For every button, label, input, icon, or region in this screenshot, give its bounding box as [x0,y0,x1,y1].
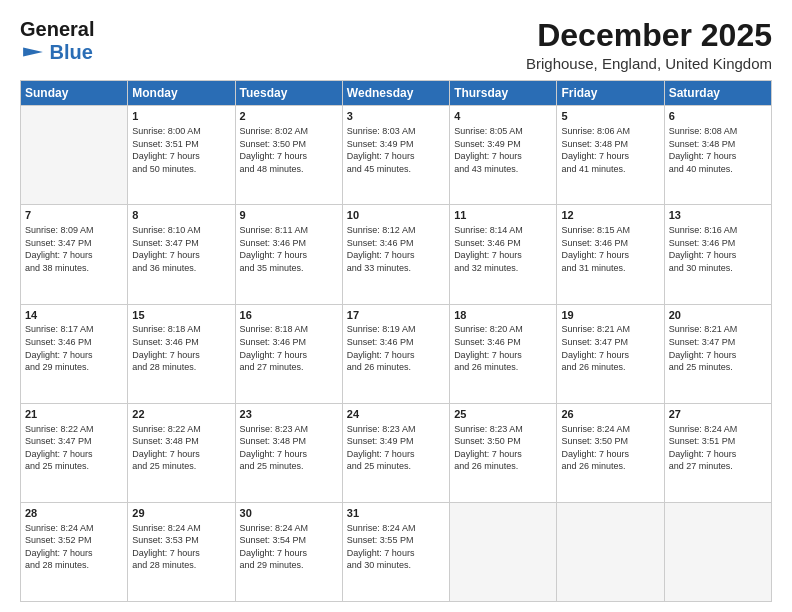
day-number: 21 [25,407,123,422]
cell-info: Sunrise: 8:20 AMSunset: 3:46 PMDaylight:… [454,323,552,373]
day-number: 19 [561,308,659,323]
day-header-tuesday: Tuesday [235,81,342,106]
day-header-thursday: Thursday [450,81,557,106]
table-row: 27Sunrise: 8:24 AMSunset: 3:51 PMDayligh… [664,403,771,502]
table-row: 21Sunrise: 8:22 AMSunset: 3:47 PMDayligh… [21,403,128,502]
cell-info: Sunrise: 8:24 AMSunset: 3:51 PMDaylight:… [669,423,767,473]
week-row-2: 7Sunrise: 8:09 AMSunset: 3:47 PMDaylight… [21,205,772,304]
table-row: 11Sunrise: 8:14 AMSunset: 3:46 PMDayligh… [450,205,557,304]
cell-info: Sunrise: 8:23 AMSunset: 3:48 PMDaylight:… [240,423,338,473]
cell-info: Sunrise: 8:00 AMSunset: 3:51 PMDaylight:… [132,125,230,175]
cell-info: Sunrise: 8:03 AMSunset: 3:49 PMDaylight:… [347,125,445,175]
day-number: 14 [25,308,123,323]
table-row: 20Sunrise: 8:21 AMSunset: 3:47 PMDayligh… [664,304,771,403]
day-number: 27 [669,407,767,422]
table-row: 2Sunrise: 8:02 AMSunset: 3:50 PMDaylight… [235,106,342,205]
table-row: 3Sunrise: 8:03 AMSunset: 3:49 PMDaylight… [342,106,449,205]
cell-info: Sunrise: 8:15 AMSunset: 3:46 PMDaylight:… [561,224,659,274]
table-row: 9Sunrise: 8:11 AMSunset: 3:46 PMDaylight… [235,205,342,304]
cell-info: Sunrise: 8:10 AMSunset: 3:47 PMDaylight:… [132,224,230,274]
day-number: 9 [240,208,338,223]
month-title: December 2025 [526,18,772,53]
calendar-table: SundayMondayTuesdayWednesdayThursdayFrid… [20,80,772,602]
table-row: 28Sunrise: 8:24 AMSunset: 3:52 PMDayligh… [21,502,128,601]
cell-info: Sunrise: 8:21 AMSunset: 3:47 PMDaylight:… [561,323,659,373]
day-number: 11 [454,208,552,223]
cell-info: Sunrise: 8:09 AMSunset: 3:47 PMDaylight:… [25,224,123,274]
table-row [21,106,128,205]
day-number: 31 [347,506,445,521]
day-number: 25 [454,407,552,422]
day-number: 29 [132,506,230,521]
cell-info: Sunrise: 8:18 AMSunset: 3:46 PMDaylight:… [132,323,230,373]
day-number: 6 [669,109,767,124]
logo-text: General Blue [20,18,94,64]
table-row: 13Sunrise: 8:16 AMSunset: 3:46 PMDayligh… [664,205,771,304]
table-row: 19Sunrise: 8:21 AMSunset: 3:47 PMDayligh… [557,304,664,403]
cell-info: Sunrise: 8:17 AMSunset: 3:46 PMDaylight:… [25,323,123,373]
week-row-4: 21Sunrise: 8:22 AMSunset: 3:47 PMDayligh… [21,403,772,502]
day-number: 2 [240,109,338,124]
table-row [450,502,557,601]
table-row [557,502,664,601]
svg-marker-0 [23,48,43,57]
table-row: 25Sunrise: 8:23 AMSunset: 3:50 PMDayligh… [450,403,557,502]
title-block: December 2025 Brighouse, England, United… [526,18,772,72]
table-row: 14Sunrise: 8:17 AMSunset: 3:46 PMDayligh… [21,304,128,403]
day-number: 15 [132,308,230,323]
cell-info: Sunrise: 8:24 AMSunset: 3:52 PMDaylight:… [25,522,123,572]
table-row: 31Sunrise: 8:24 AMSunset: 3:55 PMDayligh… [342,502,449,601]
table-row: 5Sunrise: 8:06 AMSunset: 3:48 PMDaylight… [557,106,664,205]
cell-info: Sunrise: 8:24 AMSunset: 3:54 PMDaylight:… [240,522,338,572]
day-number: 30 [240,506,338,521]
day-number: 24 [347,407,445,422]
day-number: 5 [561,109,659,124]
day-number: 13 [669,208,767,223]
day-number: 4 [454,109,552,124]
logo: General Blue [20,18,94,64]
cell-info: Sunrise: 8:12 AMSunset: 3:46 PMDaylight:… [347,224,445,274]
logo-flag-icon [22,45,44,59]
day-number: 12 [561,208,659,223]
cell-info: Sunrise: 8:14 AMSunset: 3:46 PMDaylight:… [454,224,552,274]
table-row: 1Sunrise: 8:00 AMSunset: 3:51 PMDaylight… [128,106,235,205]
cell-info: Sunrise: 8:24 AMSunset: 3:53 PMDaylight:… [132,522,230,572]
table-row: 17Sunrise: 8:19 AMSunset: 3:46 PMDayligh… [342,304,449,403]
table-row: 6Sunrise: 8:08 AMSunset: 3:48 PMDaylight… [664,106,771,205]
cell-info: Sunrise: 8:22 AMSunset: 3:48 PMDaylight:… [132,423,230,473]
cell-info: Sunrise: 8:24 AMSunset: 3:50 PMDaylight:… [561,423,659,473]
week-row-3: 14Sunrise: 8:17 AMSunset: 3:46 PMDayligh… [21,304,772,403]
header: General Blue December 2025 Brighouse, En… [20,18,772,72]
cell-info: Sunrise: 8:08 AMSunset: 3:48 PMDaylight:… [669,125,767,175]
day-number: 7 [25,208,123,223]
day-number: 8 [132,208,230,223]
cell-info: Sunrise: 8:23 AMSunset: 3:50 PMDaylight:… [454,423,552,473]
table-row: 7Sunrise: 8:09 AMSunset: 3:47 PMDaylight… [21,205,128,304]
table-row: 22Sunrise: 8:22 AMSunset: 3:48 PMDayligh… [128,403,235,502]
cell-info: Sunrise: 8:21 AMSunset: 3:47 PMDaylight:… [669,323,767,373]
table-row: 29Sunrise: 8:24 AMSunset: 3:53 PMDayligh… [128,502,235,601]
cell-info: Sunrise: 8:11 AMSunset: 3:46 PMDaylight:… [240,224,338,274]
day-number: 1 [132,109,230,124]
day-header-monday: Monday [128,81,235,106]
cell-info: Sunrise: 8:06 AMSunset: 3:48 PMDaylight:… [561,125,659,175]
table-row: 8Sunrise: 8:10 AMSunset: 3:47 PMDaylight… [128,205,235,304]
table-row: 4Sunrise: 8:05 AMSunset: 3:49 PMDaylight… [450,106,557,205]
week-row-5: 28Sunrise: 8:24 AMSunset: 3:52 PMDayligh… [21,502,772,601]
day-header-friday: Friday [557,81,664,106]
table-row: 18Sunrise: 8:20 AMSunset: 3:46 PMDayligh… [450,304,557,403]
cell-info: Sunrise: 8:16 AMSunset: 3:46 PMDaylight:… [669,224,767,274]
table-row: 26Sunrise: 8:24 AMSunset: 3:50 PMDayligh… [557,403,664,502]
day-number: 10 [347,208,445,223]
day-number: 18 [454,308,552,323]
cell-info: Sunrise: 8:24 AMSunset: 3:55 PMDaylight:… [347,522,445,572]
cell-info: Sunrise: 8:02 AMSunset: 3:50 PMDaylight:… [240,125,338,175]
day-number: 28 [25,506,123,521]
logo-blue: Blue [50,41,93,63]
day-header-wednesday: Wednesday [342,81,449,106]
day-number: 20 [669,308,767,323]
week-row-1: 1Sunrise: 8:00 AMSunset: 3:51 PMDaylight… [21,106,772,205]
calendar-page: General Blue December 2025 Brighouse, En… [0,0,792,612]
cell-info: Sunrise: 8:18 AMSunset: 3:46 PMDaylight:… [240,323,338,373]
cell-info: Sunrise: 8:22 AMSunset: 3:47 PMDaylight:… [25,423,123,473]
